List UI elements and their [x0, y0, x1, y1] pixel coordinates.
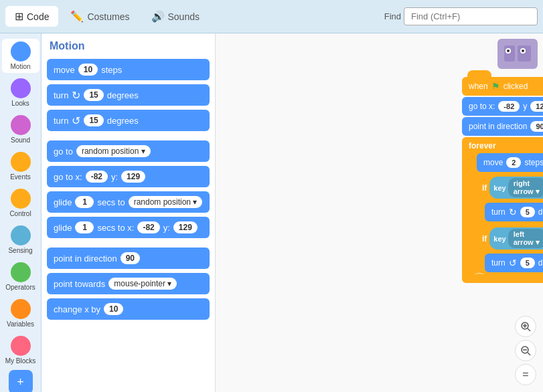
- if-right-arrow[interactable]: if key right arrow ▾ pressed? then: [477, 173, 543, 202]
- sidebar-item-sensing[interactable]: Sensing: [2, 223, 40, 257]
- sensing-circle: [11, 225, 31, 246]
- top-bar: ⊞ Code ✏️ Costumes 🔊 Sounds Find: [0, 0, 543, 33]
- sidebar-label-sound: Sound: [11, 136, 30, 144]
- block-point-direction[interactable]: point in direction 90: [47, 248, 210, 269]
- zoom-reset-button[interactable]: =: [515, 364, 536, 385]
- tab-costumes[interactable]: ✏️ Costumes: [61, 6, 139, 27]
- canvas-point-direction[interactable]: point in direction 90: [462, 117, 543, 136]
- sidebar-item-control[interactable]: Control: [2, 186, 40, 220]
- forever-bottom: ⌒: [469, 274, 543, 283]
- sidebar-label-myblocks: My Blocks: [5, 357, 36, 365]
- block-turn-cw[interactable]: turn ↻ 15 degrees: [47, 84, 210, 106]
- sidebar-item-sound[interactable]: Sound: [2, 112, 40, 146]
- if-right-body: turn ↻ 5 degrees: [485, 203, 543, 221]
- find-label: Find: [384, 11, 401, 21]
- sidebar-label-operators: Operators: [5, 284, 35, 291]
- sounds-icon: 🔊: [151, 10, 165, 23]
- looks-circle: [11, 78, 31, 98]
- costumes-icon: ✏️: [70, 10, 84, 23]
- svg-line-8: [528, 328, 530, 331]
- if-left-arrow[interactable]: if key left arrow ▾ pressed? then: [477, 224, 543, 253]
- sidebar-item-operators[interactable]: Operators: [2, 260, 40, 294]
- sidebar-label-motion: Motion: [10, 63, 30, 70]
- svg-rect-1: [504, 45, 515, 62]
- operators-circle: [11, 262, 31, 282]
- svg-point-3: [507, 50, 510, 52]
- canvas-goto-xy[interactable]: go to x: -82 y 129: [462, 97, 543, 116]
- main-layout: Motion Looks Sound Events Control Sensin…: [0, 33, 543, 392]
- key-right-condition: key right arrow ▾ pressed?: [489, 177, 543, 199]
- svg-line-12: [528, 353, 530, 355]
- zoom-out-button[interactable]: [515, 340, 536, 361]
- forever-body: move 2 steps if key right arrow ▾ presse…: [477, 153, 543, 272]
- block-goto-xy[interactable]: go to x: -82 y: 129: [47, 166, 210, 187]
- sidebar-label-looks: Looks: [11, 100, 29, 107]
- turn-cw-canvas-icon: ↻: [509, 207, 517, 217]
- key-left-condition: key left arrow ▾ pressed?: [489, 227, 543, 250]
- script-group: when ⚑ clicked go to x: -82 y 129 point …: [462, 77, 543, 283]
- hat-when-clicked[interactable]: when ⚑ clicked: [462, 77, 543, 96]
- sprite-thumbnail: [497, 39, 538, 69]
- block-category-sidebar: Motion Looks Sound Events Control Sensin…: [0, 33, 42, 392]
- sidebar-label-events: Events: [10, 173, 31, 181]
- sidebar-item-events[interactable]: Events: [2, 149, 40, 183]
- sidebar-label-control: Control: [9, 210, 31, 217]
- block-move[interactable]: move 10 steps: [47, 59, 210, 80]
- motion-circle: [11, 41, 31, 62]
- sound-circle: [11, 115, 31, 135]
- script-canvas: when ⚑ clicked go to x: -82 y 129 point …: [216, 33, 543, 392]
- block-turn-ccw[interactable]: turn ↺ 15 degrees: [47, 110, 210, 131]
- sidebar-label-sensing: Sensing: [8, 247, 32, 254]
- sidebar-item-looks[interactable]: Looks: [2, 76, 40, 110]
- tab-sounds[interactable]: 🔊 Sounds: [142, 6, 209, 27]
- sidebar-item-motion[interactable]: Motion: [2, 39, 40, 73]
- block-glide-random[interactable]: glide 1 secs to random position ▾: [47, 191, 210, 213]
- add-extension-button[interactable]: +: [9, 370, 33, 392]
- forever-block[interactable]: forever move 2 steps if key right arrow …: [462, 137, 543, 283]
- block-change-x[interactable]: change x by 10: [47, 298, 210, 320]
- zoom-in-button[interactable]: [515, 316, 536, 337]
- find-input[interactable]: [404, 7, 538, 25]
- block-palette: Motion move 10 steps turn ↻ 15 degrees t…: [42, 33, 216, 392]
- tab-code[interactable]: ⊞ Code: [5, 6, 58, 27]
- events-circle: [11, 152, 31, 172]
- control-circle: [11, 189, 31, 209]
- code-icon: ⊞: [15, 10, 23, 23]
- palette-title: Motion: [50, 40, 210, 52]
- sidebar-label-variables: Variables: [7, 320, 34, 328]
- sidebar-item-variables[interactable]: Variables: [2, 296, 40, 330]
- svg-point-6: [522, 50, 524, 52]
- turn-ccw-icon: ↺: [72, 114, 80, 127]
- canvas-turn-ccw[interactable]: turn ↺ 5 degrees: [485, 254, 543, 272]
- block-glide-xy[interactable]: glide 1 secs to x: -82 y: 129: [47, 217, 210, 238]
- turn-cw-icon: ↻: [72, 89, 80, 102]
- myblocks-circle: [11, 336, 31, 356]
- canvas-move[interactable]: move 2 steps: [477, 153, 543, 172]
- zoom-controls: =: [515, 316, 536, 385]
- canvas-turn-cw[interactable]: turn ↻ 5 degrees: [485, 203, 543, 221]
- turn-ccw-canvas-icon: ↺: [509, 258, 517, 268]
- svg-rect-4: [518, 45, 531, 62]
- forever-label: forever: [469, 141, 543, 151]
- variables-circle: [11, 299, 31, 319]
- block-point-towards[interactable]: point towards mouse-pointer ▾: [47, 273, 210, 294]
- green-flag-icon: ⚑: [491, 81, 500, 92]
- block-goto-random[interactable]: go to random position ▾: [47, 140, 210, 162]
- if-left-body: turn ↺ 5 degrees: [485, 254, 543, 272]
- sidebar-item-myblocks[interactable]: My Blocks: [2, 333, 40, 367]
